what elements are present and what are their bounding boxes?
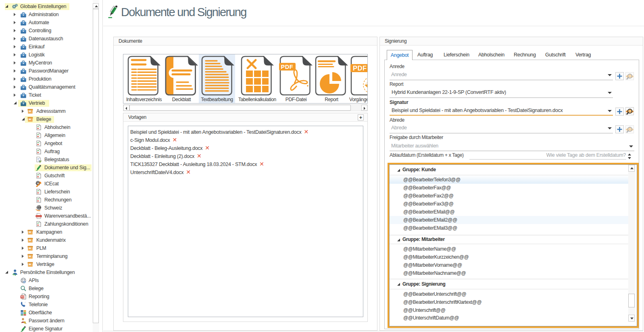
svg-text:PDF: PDF [353,64,367,72]
svg-text:PDF: PDF [281,64,294,70]
